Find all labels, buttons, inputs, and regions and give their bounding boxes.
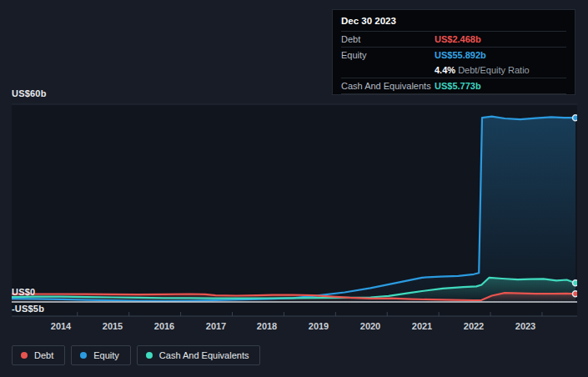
- x-axis-label-2023: 2023: [515, 321, 535, 331]
- legend-cash-label: Cash And Equivalents: [159, 350, 249, 360]
- chart-legend: Debt Equity Cash And Equivalents: [12, 345, 260, 365]
- x-axis-label-2014: 2014: [51, 321, 71, 331]
- x-axis-label-2021: 2021: [412, 321, 432, 331]
- debt-dot-icon: [21, 352, 28, 359]
- legend-item-equity[interactable]: Equity: [71, 345, 131, 365]
- tooltip-row-cash: Cash And Equivalents US$5.773b: [341, 78, 566, 94]
- tooltip-row-ratio: 4.4% Debt/Equity Ratio: [341, 63, 566, 78]
- y-axis-label-60b: US$60b: [12, 88, 47, 98]
- legend-equity-label: Equity: [93, 350, 119, 360]
- tooltip-row-equity: Equity US$55.892b: [341, 48, 566, 63]
- y-axis-label-neg5b: -US$5b: [12, 304, 44, 314]
- tooltip-debt-value: US$2.468b: [435, 34, 481, 44]
- tooltip: Dec 30 2023 Debt US$2.468b Equity US$55.…: [332, 9, 575, 95]
- y-axis-label-0: US$0: [12, 287, 35, 297]
- tooltip-ratio-value: 4.4% Debt/Equity Ratio: [435, 65, 530, 75]
- legend-item-debt[interactable]: Debt: [12, 345, 65, 365]
- tooltip-cash-label: Cash And Equivalents: [341, 81, 435, 91]
- x-axis-label-2018: 2018: [257, 321, 277, 331]
- cash-dot-icon: [146, 352, 153, 359]
- tooltip-date: Dec 30 2023: [341, 10, 566, 32]
- tooltip-equity-label: Equity: [341, 50, 435, 60]
- x-axis-label-2017: 2017: [206, 321, 226, 331]
- equity-dot-icon: [80, 352, 87, 359]
- x-axis-label-2022: 2022: [464, 321, 484, 331]
- tooltip-cash-value: US$5.773b: [435, 81, 481, 91]
- x-axis-label-2019: 2019: [309, 321, 329, 331]
- tooltip-equity-value: US$55.892b: [435, 50, 486, 60]
- x-axis-label-2020: 2020: [360, 321, 380, 331]
- tooltip-row-debt: Debt US$2.468b: [341, 32, 566, 48]
- legend-debt-label: Debt: [34, 350, 53, 360]
- legend-item-cash[interactable]: Cash And Equivalents: [137, 345, 261, 365]
- x-axis-label-2016: 2016: [154, 321, 174, 331]
- balance-sheet-history-chart: US$60b US$0 -US$5b 201420152016201720182…: [0, 0, 588, 377]
- x-axis-label-2015: 2015: [103, 321, 123, 331]
- tooltip-debt-label: Debt: [341, 34, 435, 44]
